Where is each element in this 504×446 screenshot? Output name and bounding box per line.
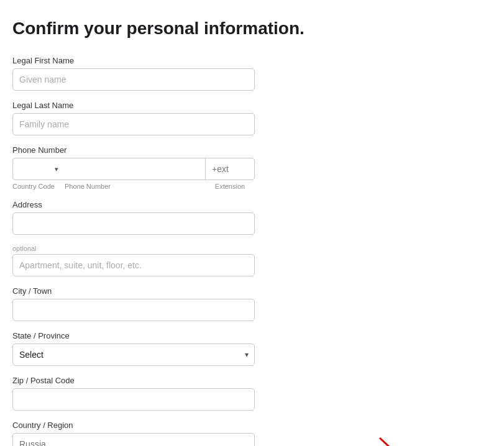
city-town-label: City / Town [12,286,255,296]
city-town-group: City / Town [12,286,255,321]
country-region-group: Country / Region [12,421,255,446]
city-town-input[interactable] [12,299,255,321]
zip-postal-input[interactable] [12,388,255,411]
address-input[interactable] [12,212,255,235]
phone-number-group: Phone Number ▾ Country Code Phone Number… [12,145,255,190]
country-code-select[interactable] [12,158,62,180]
phone-labels: Country Code Phone Number Extension [12,183,255,190]
state-province-group: State / Province Select ▾ [12,331,255,366]
page-title: Confirm your personal information. [12,19,492,39]
state-province-label: State / Province [12,331,255,340]
address-optional-input[interactable] [12,254,255,276]
form-section: Legal First Name Legal Last Name Phone N… [12,56,255,446]
phone-extension-input[interactable] [205,158,255,180]
phone-number-input[interactable] [62,158,205,180]
address-optional-group: optional [12,245,255,276]
phone-number-label: Phone Number [12,145,255,155]
address-label: Address [12,200,255,209]
legal-last-name-input[interactable] [12,113,255,135]
extension-label: Extension [205,183,255,190]
country-region-label: Country / Region [12,421,255,430]
zip-postal-group: Zip / Postal Code [12,376,255,411]
phone-row: ▾ [12,158,255,180]
legal-first-name-label: Legal First Name [12,56,255,65]
legal-first-name-group: Legal First Name [12,56,255,91]
phone-country-wrapper: ▾ [12,158,62,180]
phone-number-sub-label: Phone Number [62,183,205,190]
country-code-label: Country Code [12,183,62,190]
svg-line-1 [380,438,426,446]
legal-last-name-label: Legal Last Name [12,101,255,110]
address-group: Address [12,200,255,235]
arrow-indicator [367,432,442,446]
page-container: Confirm your personal information. Legal… [0,0,504,446]
legal-last-name-group: Legal Last Name [12,101,255,135]
state-select-wrapper: Select ▾ [12,344,255,366]
legal-first-name-input[interactable] [12,68,255,91]
optional-label: optional [12,245,255,252]
country-region-input[interactable] [12,433,255,446]
state-province-select[interactable]: Select [12,344,255,366]
zip-postal-label: Zip / Postal Code [12,376,255,385]
